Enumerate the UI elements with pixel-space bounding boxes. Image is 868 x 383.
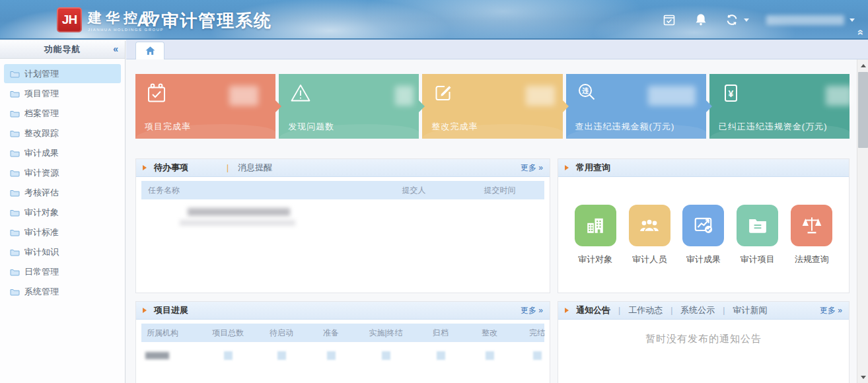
table-row-blurred[interactable] (188, 208, 290, 216)
quick-link-audit-personnel[interactable]: 审计人员 (629, 205, 670, 265)
column-organization: 所属机构 (141, 328, 201, 339)
svg-text:违: 违 (582, 87, 589, 94)
todo-more-link[interactable]: 更多 » (521, 162, 543, 174)
column-submit-time: 提交时间 (455, 185, 544, 196)
sidebar-item-label: 审计知识 (24, 246, 59, 258)
sidebar-item-label: 项目管理 (24, 88, 59, 100)
chevron-down-icon (744, 18, 749, 24)
username-blurred (766, 15, 844, 25)
sidebar-item-assessment-evaluation[interactable]: 考核评估 (4, 183, 121, 202)
quick-link-label: 法规查询 (795, 254, 829, 265)
sidebar-item-audit-results[interactable]: 审计成果 (4, 143, 121, 162)
card-violation-amount-found[interactable]: 违 查出违纪违规金额(万元) (566, 74, 706, 139)
sidebar-item-plan-management[interactable]: 计划管理 (4, 64, 121, 83)
card-rectification-completion-rate[interactable]: 整改完成率 (422, 74, 562, 139)
project-progress-title: 项目进展 (154, 304, 188, 316)
blurred-cell (145, 352, 169, 359)
tab-separator: | (227, 163, 229, 172)
card-label: 已纠正违纪违规资金(万元) (719, 121, 828, 133)
quick-link-regulation-query[interactable]: 法规查询 (791, 205, 832, 265)
notice-more-link[interactable]: 更多 » (820, 305, 842, 316)
chart-check-icon (693, 215, 714, 235)
search-violation-icon: 违 (576, 82, 598, 104)
column-completed: 完结 (515, 328, 559, 339)
sidebar-item-label: 考核评估 (24, 187, 59, 199)
notice-body: 暂时没有发布的通知公告 (558, 320, 849, 383)
sidebar-item-archive-management[interactable]: 档案管理 (4, 104, 121, 123)
blurred-cell (327, 351, 336, 360)
sidebar-collapse-icon[interactable]: « (113, 44, 118, 54)
column-total-projects: 项目总数 (201, 328, 255, 339)
card-label: 项目完成率 (145, 121, 191, 133)
todo-table-header: 任务名称 提交人 提交时间 (141, 181, 544, 199)
scrollbar-thumb[interactable] (858, 72, 868, 148)
blurred-value (395, 86, 414, 106)
svg-text:¥: ¥ (728, 88, 733, 99)
quick-link-label: 审计对象 (578, 254, 612, 265)
sidebar-item-daily-management[interactable]: 日常管理 (4, 262, 121, 281)
card-project-completion-rate[interactable]: 项目完成率 (135, 74, 275, 139)
calendar-check-icon (145, 82, 168, 104)
sidebar-item-project-management[interactable]: 项目管理 (4, 84, 121, 103)
flow-arrow (275, 100, 281, 113)
card-corrected-violation-funds[interactable]: ¥ 已纠正违纪违规资金(万元) (709, 74, 850, 139)
scales-icon (802, 215, 822, 235)
collapse-header-icon[interactable]: « (856, 30, 867, 36)
home-icon (145, 46, 155, 55)
quick-link-audit-objects[interactable]: 审计对象 (575, 205, 616, 265)
sidebar-item-audit-objects[interactable]: 审计对象 (4, 203, 121, 222)
sidebar-item-audit-resources[interactable]: 审计资源 (4, 163, 121, 182)
tab-work-updates[interactable]: 工作动态 (628, 304, 663, 316)
tab-todo-items[interactable]: 待办事项 (154, 162, 188, 174)
user-menu[interactable] (766, 15, 855, 25)
tab-notices[interactable]: 通知公告 (576, 304, 610, 316)
blurred-value (648, 86, 696, 106)
column-rectification: 整改 (464, 328, 515, 339)
blurred-cell (486, 351, 494, 360)
tab-system-announcements[interactable]: 系统公示 (680, 304, 715, 316)
refresh-icon[interactable] (725, 13, 739, 26)
sidebar-item-audit-standards[interactable]: 审计标准 (4, 223, 121, 242)
blurred-value (826, 86, 852, 106)
sidebar-item-label: 日常管理 (24, 266, 59, 278)
quick-link-label: 审计人员 (632, 254, 667, 265)
quick-link-audit-results[interactable]: 审计成果 (682, 205, 724, 265)
column-task-name: 任务名称 (141, 185, 373, 196)
progress-more-link[interactable]: 更多 » (521, 305, 543, 316)
sidebar-item-label: 审计标准 (24, 226, 59, 238)
project-progress-panel: 项目进展 更多 » 所属机构 项目总数 待启动 准备 实施|终结 归档 整改 完… (135, 301, 550, 383)
panel-marker-icon (565, 308, 571, 313)
scroll-up-button[interactable] (857, 59, 868, 71)
bell-icon[interactable] (694, 13, 708, 27)
quick-link-audit-projects[interactable]: 审计项目 (737, 205, 778, 265)
blurred-cell (277, 351, 286, 360)
sidebar-title: 功能导航 (44, 44, 81, 55)
blurred-value (229, 86, 258, 106)
triangle-up-icon (861, 61, 866, 67)
tab-separator: | (618, 306, 620, 315)
building-icon (585, 215, 605, 235)
card-issues-found[interactable]: 发现问题数 (279, 74, 419, 139)
panel-marker-icon (565, 165, 571, 170)
column-submitter: 提交人 (373, 185, 455, 196)
panel-marker-icon (143, 308, 149, 313)
sidebar-item-rectification-tracking[interactable]: 整改跟踪 (4, 123, 121, 143)
tasks-calendar-icon[interactable] (662, 13, 676, 27)
card-label: 整改完成率 (431, 121, 478, 133)
empty-notice-text: 暂时没有发布的通知公告 (645, 333, 762, 383)
progress-table-row[interactable] (141, 342, 544, 368)
blurred-cell (382, 351, 390, 360)
warning-triangle-icon (289, 82, 312, 104)
sidebar-item-label: 档案管理 (24, 108, 59, 120)
column-archived: 归档 (417, 328, 464, 339)
scroll-down-button[interactable] (857, 372, 868, 383)
refresh-menu[interactable] (725, 13, 749, 26)
sidebar-item-audit-knowledge[interactable]: 审计知识 (4, 242, 121, 261)
sidebar-item-label: 系统管理 (24, 286, 59, 298)
tab-home[interactable] (135, 42, 164, 59)
tab-message-reminders[interactable]: 消息提醒 (238, 162, 272, 174)
sidebar-item-system-management[interactable]: 系统管理 (4, 282, 121, 301)
vertical-scrollbar[interactable] (857, 59, 868, 383)
tab-audit-news[interactable]: 审计新闻 (733, 304, 767, 316)
tab-bar (126, 40, 868, 59)
